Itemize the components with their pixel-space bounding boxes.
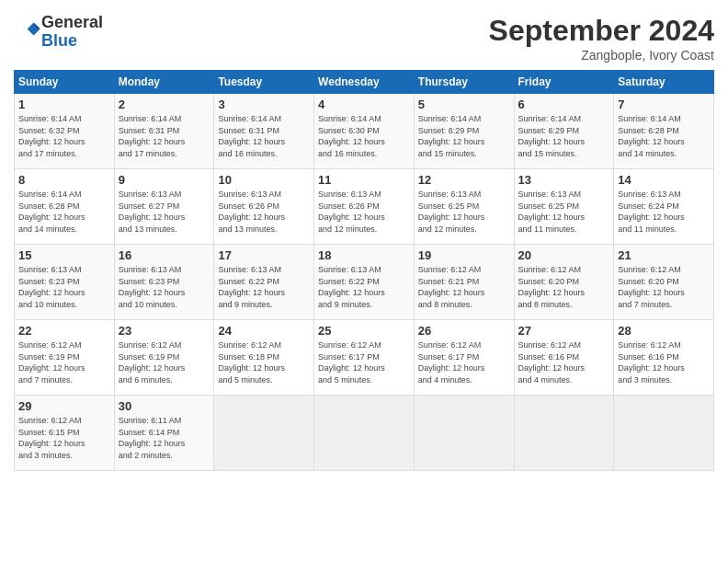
day-info: Sunrise: 6:13 AMSunset: 6:22 PMDaylight:… [318,264,410,310]
table-row [414,396,514,471]
table-row: 2Sunrise: 6:14 AMSunset: 6:31 PMDaylight… [114,94,214,169]
logo: General Blue [14,14,103,51]
table-row: 22Sunrise: 6:12 AMSunset: 6:19 PMDayligh… [15,320,115,396]
calendar-header-row: Sunday Monday Tuesday Wednesday Thursday… [15,71,714,94]
day-number: 9 [119,173,210,187]
day-number: 6 [518,98,610,111]
col-monday: Monday [114,71,214,94]
day-number: 14 [618,173,710,187]
table-row: 27Sunrise: 6:12 AMSunset: 6:16 PMDayligh… [514,320,614,396]
day-info: Sunrise: 6:14 AMSunset: 6:28 PMDaylight:… [18,189,110,235]
day-number: 2 [119,98,210,111]
day-number: 24 [218,324,310,338]
day-number: 18 [318,248,410,262]
calendar-week-row: 29Sunrise: 6:12 AMSunset: 6:15 PMDayligh… [15,396,714,471]
day-number: 26 [418,324,510,338]
day-info: Sunrise: 6:12 AMSunset: 6:16 PMDaylight:… [518,339,610,385]
header: General Blue September 2024 Zangbople, I… [14,14,714,63]
day-number: 10 [218,173,310,187]
table-row: 21Sunrise: 6:12 AMSunset: 6:20 PMDayligh… [614,245,714,320]
day-info: Sunrise: 6:12 AMSunset: 6:16 PMDaylight:… [618,339,710,385]
col-sunday: Sunday [15,71,115,94]
table-row: 12Sunrise: 6:13 AMSunset: 6:25 PMDayligh… [414,169,514,245]
logo-blue: Blue [41,31,77,50]
day-info: Sunrise: 6:12 AMSunset: 6:19 PMDaylight:… [18,339,110,385]
day-number: 22 [18,324,110,338]
day-number: 17 [218,248,310,262]
col-thursday: Thursday [414,71,514,94]
day-number: 11 [318,173,410,187]
location-subtitle: Zangbople, Ivory Coast [489,48,714,63]
month-title: September 2024 [489,14,714,48]
table-row: 25Sunrise: 6:12 AMSunset: 6:17 PMDayligh… [314,320,415,396]
calendar-week-row: 1Sunrise: 6:14 AMSunset: 6:32 PMDaylight… [15,94,714,169]
day-info: Sunrise: 6:13 AMSunset: 6:26 PMDaylight:… [318,189,410,235]
day-info: Sunrise: 6:13 AMSunset: 6:27 PMDaylight:… [119,189,210,235]
day-number: 29 [18,399,110,413]
day-info: Sunrise: 6:12 AMSunset: 6:19 PMDaylight:… [119,339,210,385]
day-info: Sunrise: 6:13 AMSunset: 6:24 PMDaylight:… [618,189,710,235]
day-info: Sunrise: 6:14 AMSunset: 6:31 PMDaylight:… [218,113,310,159]
logo-icon [16,17,41,43]
day-info: Sunrise: 6:12 AMSunset: 6:17 PMDaylight:… [318,339,410,385]
calendar-week-row: 8Sunrise: 6:14 AMSunset: 6:28 PMDaylight… [15,169,714,245]
table-row: 16Sunrise: 6:13 AMSunset: 6:23 PMDayligh… [114,245,214,320]
table-row: 7Sunrise: 6:14 AMSunset: 6:28 PMDaylight… [614,94,714,169]
title-block: September 2024 Zangbople, Ivory Coast [489,14,714,63]
day-number: 21 [618,248,710,262]
day-number: 28 [618,324,710,338]
day-number: 13 [518,173,610,187]
col-wednesday: Wednesday [314,71,415,94]
table-row [214,396,314,471]
table-row: 23Sunrise: 6:12 AMSunset: 6:19 PMDayligh… [114,320,214,396]
table-row: 6Sunrise: 6:14 AMSunset: 6:29 PMDaylight… [514,94,614,169]
day-number: 1 [18,98,110,111]
day-number: 27 [518,324,610,338]
day-number: 23 [119,324,210,338]
day-info: Sunrise: 6:13 AMSunset: 6:26 PMDaylight:… [218,189,310,235]
table-row: 29Sunrise: 6:12 AMSunset: 6:15 PMDayligh… [15,396,115,471]
table-row: 5Sunrise: 6:14 AMSunset: 6:29 PMDaylight… [414,94,514,169]
day-number: 8 [18,173,110,187]
table-row: 3Sunrise: 6:14 AMSunset: 6:31 PMDaylight… [214,94,314,169]
day-info: Sunrise: 6:11 AMSunset: 6:14 PMDaylight:… [119,415,210,461]
day-number: 30 [119,399,210,413]
day-number: 12 [418,173,510,187]
calendar-table: Sunday Monday Tuesday Wednesday Thursday… [14,70,714,471]
table-row: 18Sunrise: 6:13 AMSunset: 6:22 PMDayligh… [314,245,415,320]
table-row: 28Sunrise: 6:12 AMSunset: 6:16 PMDayligh… [614,320,714,396]
day-number: 15 [18,248,110,262]
day-info: Sunrise: 6:12 AMSunset: 6:15 PMDaylight:… [18,415,110,461]
day-number: 5 [418,98,510,111]
day-info: Sunrise: 6:12 AMSunset: 6:20 PMDaylight:… [618,264,710,310]
day-info: Sunrise: 6:12 AMSunset: 6:17 PMDaylight:… [418,339,510,385]
day-info: Sunrise: 6:13 AMSunset: 6:25 PMDaylight:… [418,189,510,235]
calendar-week-row: 15Sunrise: 6:13 AMSunset: 6:23 PMDayligh… [15,245,714,320]
table-row: 20Sunrise: 6:12 AMSunset: 6:20 PMDayligh… [514,245,614,320]
col-tuesday: Tuesday [214,71,314,94]
table-row: 26Sunrise: 6:12 AMSunset: 6:17 PMDayligh… [414,320,514,396]
col-saturday: Saturday [614,71,714,94]
table-row: 4Sunrise: 6:14 AMSunset: 6:30 PMDaylight… [314,94,415,169]
day-info: Sunrise: 6:12 AMSunset: 6:21 PMDaylight:… [418,264,510,310]
day-info: Sunrise: 6:13 AMSunset: 6:23 PMDaylight:… [119,264,210,310]
day-info: Sunrise: 6:12 AMSunset: 6:18 PMDaylight:… [218,339,310,385]
day-info: Sunrise: 6:14 AMSunset: 6:30 PMDaylight:… [318,113,410,159]
table-row: 1Sunrise: 6:14 AMSunset: 6:32 PMDaylight… [15,94,115,169]
table-row [514,396,614,471]
table-row [614,396,714,471]
table-row: 10Sunrise: 6:13 AMSunset: 6:26 PMDayligh… [214,169,314,245]
day-number: 3 [218,98,310,111]
day-number: 20 [518,248,610,262]
table-row: 9Sunrise: 6:13 AMSunset: 6:27 PMDaylight… [114,169,214,245]
table-row [314,396,415,471]
logo-general: General [41,13,103,31]
table-row: 11Sunrise: 6:13 AMSunset: 6:26 PMDayligh… [314,169,415,245]
col-friday: Friday [514,71,614,94]
day-info: Sunrise: 6:14 AMSunset: 6:31 PMDaylight:… [119,113,210,159]
day-number: 7 [618,98,710,111]
logo-text: General Blue [41,14,103,51]
day-info: Sunrise: 6:14 AMSunset: 6:32 PMDaylight:… [18,113,110,159]
table-row: 8Sunrise: 6:14 AMSunset: 6:28 PMDaylight… [15,169,115,245]
day-info: Sunrise: 6:14 AMSunset: 6:29 PMDaylight:… [418,113,510,159]
